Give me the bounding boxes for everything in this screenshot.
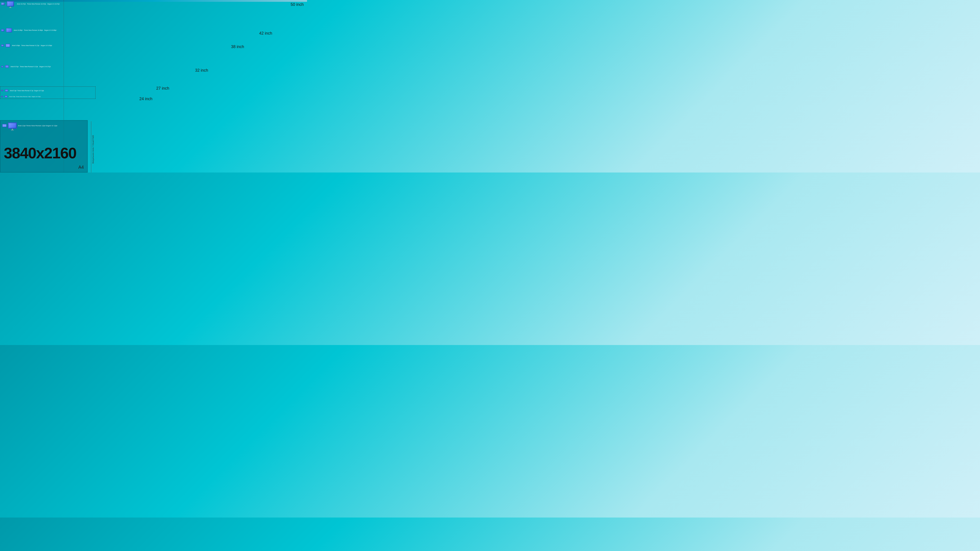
label-27-inch: 27 inch: [156, 86, 169, 91]
resolution-display: 3840x2160: [4, 144, 76, 162]
visual-field-label: Визуальное поле / Visual Field: [91, 121, 97, 173]
monitor-icon-1a: [1, 2, 5, 5]
label-24-inch: 24 inch: [139, 97, 153, 101]
monitor-icon-5a: [1, 90, 3, 91]
font-sample-row5: Arial 5.3pt Times New Roman 5.7pt Segoe …: [10, 90, 44, 91]
monitor-icon-4b: [5, 65, 9, 68]
monitor-icon-3b: [6, 44, 10, 47]
label-38-inch: 38 inch: [231, 44, 244, 49]
monitor-icon-bottom-a: [2, 124, 7, 127]
monitor-row-5: Arial 5.3pt Times New Roman 5.7pt Segoe …: [1, 89, 44, 92]
monitor-icon-2b: [6, 28, 12, 32]
bottom-font-label: Arial 12pt Times Now Roman 12pt Segoe UI…: [18, 125, 57, 127]
monitor-icon-3a: [1, 44, 4, 46]
left-panel: Arial 13.07pt Times New Roman 13.07pt Se…: [0, 0, 64, 90]
bottom-monitor-row: Arial 12pt Times Now Roman 12pt Segoe UI…: [2, 122, 57, 129]
monitor-icon-bottom-b: [8, 122, 17, 129]
monitor-icon-4a: [1, 66, 3, 67]
monitor-icon-1b: [7, 1, 14, 6]
font-sample-row6: Arial 4.9pt Times New Roman 4.9pt Segoe …: [9, 96, 40, 97]
font-sample-row3: Arial 9.09pt Times New Roman 9.17pt Sego…: [12, 45, 52, 46]
font-sample-row2: Arial 10.86pt Times New Roman 10.86pt Se…: [14, 29, 56, 31]
monitor-icon-2a: [1, 29, 4, 32]
monitor-row-4: Arial 6.57pt Times New Roman 6.17pt Sego…: [1, 65, 51, 68]
label-42-inch: 42 inch: [259, 31, 272, 36]
monitor-row-6: Arial 4.9pt Times New Roman 4.9pt Segoe …: [1, 95, 40, 97]
font-sample-row1: Arial 13.07pt Times New Roman 13.07pt Se…: [17, 3, 60, 5]
monitor-icon-5b: [5, 89, 8, 92]
a4-label: A4: [78, 165, 84, 170]
monitor-icon-6b: [5, 95, 7, 97]
font-sample-row4: Arial 6.57pt Times New Roman 6.17pt Sego…: [11, 66, 51, 67]
label-50-inch: 50 inch: [291, 2, 304, 7]
main-monitor-area: Arial 12pt Times Now Roman 12pt Segoe UI…: [0, 120, 88, 173]
monitor-row-3: Arial 9.09pt Times New Roman 9.17pt Sego…: [1, 44, 52, 47]
label-32-inch: 32 inch: [195, 68, 208, 73]
monitor-row-1: Arial 13.07pt Times New Roman 13.07pt Se…: [1, 1, 60, 6]
monitor-row-2: Arial 10.86pt Times New Roman 10.86pt Se…: [1, 28, 56, 32]
monitor-icon-6a: [1, 96, 3, 97]
